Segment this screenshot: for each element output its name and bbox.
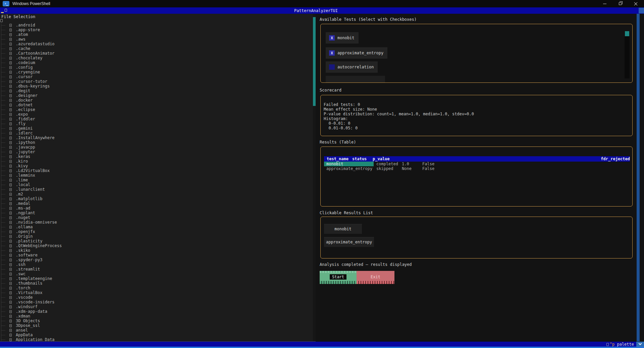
tree-item[interactable]: ansel xyxy=(0,328,313,333)
tree-item[interactable]: .ipython xyxy=(0,140,313,145)
tree-item[interactable]: .skiko xyxy=(0,248,313,253)
tree-item[interactable]: .android xyxy=(0,23,313,27)
tree-item[interactable]: .Ld2VirtualBox xyxy=(0,168,313,173)
table-header-cell[interactable]: status xyxy=(350,156,373,162)
tree-item[interactable]: Application Data xyxy=(0,337,313,341)
result-list-item[interactable]: approximate_entropy xyxy=(324,237,374,247)
tree-item[interactable]: .windsurf xyxy=(0,304,313,309)
tree-item-label: .designer xyxy=(16,93,38,98)
tree-item[interactable]: .vscode-insiders xyxy=(0,300,313,304)
tree-item[interactable]: .plasticity xyxy=(0,239,313,243)
tree-item[interactable]: .gemini xyxy=(0,126,313,131)
checkbox-icon[interactable] xyxy=(329,64,335,70)
file-panel-scrollbar-thumb[interactable] xyxy=(313,17,316,106)
tree-item[interactable]: .cryengine xyxy=(0,70,313,74)
tree-item[interactable]: .javacpp xyxy=(0,145,313,150)
checkbox-icon[interactable]: X xyxy=(329,35,335,41)
tree-item[interactable]: .vscode xyxy=(0,295,313,300)
minimize-button[interactable] xyxy=(597,0,612,7)
tree-item[interactable]: .spyder-py3 xyxy=(0,257,313,262)
tree-item[interactable]: .eclipse xyxy=(0,107,313,112)
test-checkbox-item[interactable]: X approximate_entropy xyxy=(326,47,387,59)
folder-icon xyxy=(9,268,12,271)
tree-item[interactable]: .QtWebEngineProcess xyxy=(0,243,313,248)
tree-item[interactable]: .degit xyxy=(0,89,313,93)
tree-item[interactable]: .atom xyxy=(0,32,313,37)
tree-item[interactable]: .chocolatey xyxy=(0,56,313,60)
tree-item[interactable]: .ngplant xyxy=(0,211,313,215)
restore-button[interactable] xyxy=(612,0,628,7)
tree-item[interactable]: .InstallAnywhere xyxy=(0,135,313,140)
tree-item[interactable]: .ollama xyxy=(0,225,313,229)
tree-item[interactable]: .azuredatastudio xyxy=(0,42,313,46)
scorecard-section-label: Scorecard xyxy=(320,88,341,93)
tree-item[interactable]: .designer xyxy=(0,93,313,98)
tree-item[interactable]: .cache xyxy=(0,46,313,51)
tree-item[interactable]: .expo xyxy=(0,112,313,117)
tree-item[interactable]: .VirtualBox xyxy=(0,290,313,295)
tree-item[interactable]: .kiro xyxy=(0,159,313,164)
tree-item[interactable]: .lime xyxy=(0,178,313,182)
tree-item[interactable]: .xdman xyxy=(0,314,313,318)
tree-item[interactable]: .nuget xyxy=(0,215,313,220)
tree-item[interactable]: .m2 xyxy=(0,192,313,196)
partial-test-item[interactable] xyxy=(326,76,385,83)
tree-item[interactable]: .swc xyxy=(0,272,313,276)
test-checkbox-item[interactable]: X monobit xyxy=(326,32,359,44)
test-checkbox-item[interactable]: autocorrelation xyxy=(326,61,378,73)
table-row[interactable]: approximate_entropy skipped None False xyxy=(324,166,630,171)
tests-scrollbar-track[interactable] xyxy=(625,31,630,78)
tree-item[interactable]: .thumbnails xyxy=(0,281,313,286)
table-row[interactable]: monobit completed 1.0 False xyxy=(324,162,630,166)
tree-item[interactable]: .cursor-tutor xyxy=(0,79,313,84)
tree-item[interactable]: .config xyxy=(0,65,313,70)
test-label: approximate_entropy xyxy=(337,51,383,55)
tree-item[interactable]: .lunarclient xyxy=(0,187,313,192)
tree-item[interactable]: 3D Objects xyxy=(0,318,313,323)
tree-item[interactable]: .dotnet xyxy=(0,103,313,107)
tree-item-label: AppData xyxy=(16,333,33,337)
checkbox-icon[interactable]: X xyxy=(329,50,335,56)
exit-button[interactable]: Exit xyxy=(357,271,394,284)
tree-item[interactable]: .jupyter xyxy=(0,150,313,154)
tree-item[interactable]: .CartoonAnimator xyxy=(0,51,313,56)
command-palette-hint[interactable]: ^p palette xyxy=(606,342,634,347)
tree-item[interactable]: .keras xyxy=(0,154,313,159)
table-header-cell[interactable]: fdr_rejected xyxy=(601,156,630,162)
tree-item[interactable]: .app-store xyxy=(0,27,313,32)
tree-item[interactable]: .xdm-app-data xyxy=(0,309,313,314)
tree-item[interactable]: .fly xyxy=(0,121,313,126)
tree-item[interactable]: .matplotlib xyxy=(0,196,313,201)
tree-item[interactable]: .medal xyxy=(0,201,313,206)
tree-item[interactable]: .aws xyxy=(0,37,313,42)
tests-scrollbar-thumb[interactable] xyxy=(625,31,629,36)
close-button[interactable] xyxy=(628,0,643,7)
tree-item[interactable]: .kivy xyxy=(0,164,313,168)
tree-item[interactable]: .docker xyxy=(0,98,313,103)
tree-item[interactable]: .templateengine xyxy=(0,276,313,281)
tree-item[interactable]: .lemminx xyxy=(0,173,313,178)
tree-item[interactable]: .nvidia-omniverse xyxy=(0,220,313,225)
tree-item[interactable]: .codeium xyxy=(0,60,313,65)
tree-item[interactable]: .ssh xyxy=(0,262,313,267)
tree-item[interactable]: .ms-ad xyxy=(0,206,313,211)
tree-item[interactable]: .streamlit xyxy=(0,267,313,272)
start-button[interactable]: Start xyxy=(320,271,357,284)
tree-item[interactable]: .cursor xyxy=(0,74,313,79)
root-folder-icon[interactable] xyxy=(0,19,3,22)
table-header-cell[interactable]: p_value xyxy=(373,156,601,162)
table-header-cell[interactable]: test_name xyxy=(324,156,350,162)
tree-item[interactable]: AppData xyxy=(0,333,313,337)
right-edge-scrollbar[interactable] xyxy=(637,14,640,341)
statusbar-corner-button[interactable] xyxy=(636,342,644,347)
tree-item[interactable]: .fiddler xyxy=(0,117,313,121)
result-list-item[interactable]: monobit xyxy=(324,224,362,234)
tree-item[interactable]: .torch xyxy=(0,286,313,290)
tree-item[interactable]: .local xyxy=(0,182,313,187)
tree-item[interactable]: 3Dpose_ssl xyxy=(0,323,313,328)
tree-item[interactable]: .Origin xyxy=(0,234,313,239)
tree-item[interactable]: .openjfx xyxy=(0,229,313,234)
tree-item[interactable]: .idlerc xyxy=(0,131,313,135)
tree-item[interactable]: .dbus-keyrings xyxy=(0,84,313,89)
tree-item[interactable]: .software xyxy=(0,253,313,257)
